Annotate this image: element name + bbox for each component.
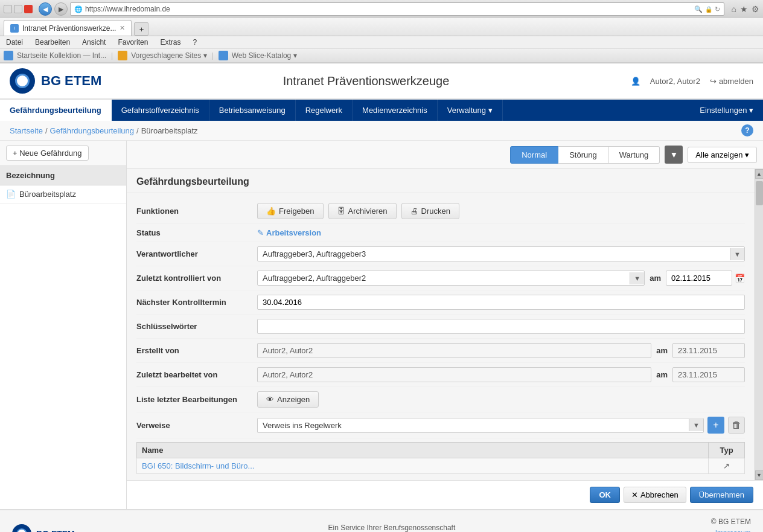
new-tab-button[interactable]: + — [134, 22, 148, 36]
nav-item-medienverzeichnis[interactable]: Medienverzeichnis — [353, 100, 438, 121]
nav-item-gefahrstoffverzeichnis[interactable]: Gefahrstoffverzeichnis — [112, 100, 209, 121]
btn-archivieren[interactable]: 🗄 Archivieren — [328, 203, 397, 219]
form-label-zuletzt-bearbeitet: Zuletzt bearbeitet von — [136, 370, 257, 379]
toolbar-startseite-link[interactable]: Startseite Kollektion — Int... — [17, 51, 106, 60]
nav-item-verwaltung[interactable]: Verwaltung ▾ — [438, 100, 503, 121]
main-content: Gefährdungsbeurteilung Funktionen 👍 Frei… — [127, 169, 755, 480]
liste-anzeigen-button[interactable]: 👁 Anzeigen — [257, 391, 319, 408]
filter-tab-stoerung[interactable]: Störung — [558, 146, 608, 164]
nav-item-regelwerk[interactable]: Regelwerk — [296, 100, 353, 121]
zuletzt-kontrolliert-arrow: ▼ — [630, 272, 644, 284]
nav-einstellungen[interactable]: Einstellungen ▾ — [690, 100, 763, 121]
zuletzt-kontrolliert-row: Auftraggeber2, Auftraggeber2 ▼ am 📅 — [257, 271, 745, 286]
back-button[interactable]: ◀ — [39, 2, 52, 16]
maximize-button[interactable] — [14, 5, 22, 13]
menu-datei[interactable]: Datei — [4, 37, 25, 47]
home-icon[interactable]: ⌂ — [732, 4, 736, 14]
ok-button[interactable]: OK — [590, 487, 620, 503]
menu-extras[interactable]: Extras — [158, 37, 183, 47]
forward-button[interactable]: ▶ — [54, 2, 68, 16]
menu-bearbeiten[interactable]: Bearbeiten — [33, 37, 72, 47]
main-nav: Gefährdungsbeurteilung Gefahrstoffverzei… — [0, 100, 763, 121]
close-button[interactable] — [24, 5, 33, 13]
address-bar[interactable]: 🌐 https://www.ihredomain.de 🔍 🔒 ↻ — [70, 2, 724, 16]
form-row-status: Status ✎ Arbeitsversion — [136, 224, 745, 242]
tab-close-icon[interactable]: ✕ — [120, 24, 125, 32]
verantwortlicher-select[interactable]: Auftraggeber3, Auftraggeber3 ▼ — [257, 246, 745, 261]
verweise-delete-button[interactable]: 🗑 — [728, 417, 745, 434]
nav-item-gefaehrdungsbeurteilung[interactable]: Gefährdungsbeurteilung — [0, 100, 112, 121]
toolbar-vorgeschlagene-link[interactable]: Vorgeschlagene Sites ▾ — [131, 51, 206, 60]
naechster-datum-input[interactable] — [257, 295, 745, 310]
am-label-3: am — [656, 370, 668, 379]
add-gefaehrdung-button[interactable]: + Neue Gefährdung — [6, 146, 89, 161]
refresh-icon[interactable]: ↻ — [715, 5, 720, 13]
btn-drucken[interactable]: 🖨 Drucken — [401, 203, 459, 219]
sidebar-header: Bezeichnung — [0, 166, 126, 185]
zuletzt-datum-input[interactable] — [666, 271, 732, 286]
menu-favoriten[interactable]: Favoriten — [115, 37, 150, 47]
erstellt-datum-input — [672, 343, 745, 358]
filter-icon-button[interactable]: ▼ — [665, 146, 683, 164]
table-row: BGI 650: Bildschirm- und Büro... ↗ — [137, 458, 745, 474]
active-tab[interactable]: i Intranet Präventionswerkze... ✕ — [4, 20, 132, 36]
breadcrumb-gefaehrdung[interactable]: Gefährdungsbeurteilung — [50, 126, 135, 135]
drucken-icon: 🖨 — [410, 207, 418, 216]
toolbar-separator2: | — [212, 51, 214, 60]
zuletzt-kontrolliert-select[interactable]: Auftraggeber2, Auftraggeber2 ▼ — [257, 271, 645, 286]
ref-link[interactable]: BGI 650: Bildschirm- und Büro... — [142, 461, 254, 470]
breadcrumb-startseite[interactable]: Startseite — [10, 126, 43, 135]
favorites-icon[interactable]: ★ — [740, 4, 748, 14]
zuletzt-datum-wrapper: 📅 — [666, 271, 745, 286]
form-label-verantwortlicher: Verantwortlicher — [136, 249, 257, 258]
toolbar-icon-startseite — [4, 51, 13, 60]
cancel-button[interactable]: ✕ Abbrechen — [624, 487, 686, 503]
footer-center: Ein Service Ihrer Berufsgenossenschaft E… — [325, 522, 458, 532]
form-label-naechster: Nächster Kontrolltermin — [136, 298, 257, 307]
freigeben-label: Freigeben — [279, 207, 314, 216]
app-header: BG ETEM Intranet Präventionswerkzeuge 👤 … — [0, 63, 763, 100]
verweise-select[interactable]: Verweis ins Regelwerk ▼ — [257, 418, 704, 433]
settings-icon[interactable]: ⚙ — [752, 4, 759, 14]
browser-icon: 🌐 — [74, 5, 83, 13]
schluesselwoerter-input[interactable] — [257, 319, 745, 334]
show-all-button[interactable]: Alle anzeigen ▾ — [688, 147, 757, 163]
zuletzt-bearbeitet-input — [257, 367, 651, 382]
form-value-zuletzt-kontrolliert: Auftraggeber2, Auftraggeber2 ▼ am 📅 — [257, 271, 745, 286]
toolbar-icon-webslice — [219, 51, 228, 60]
browser-titlebar: ◀ ▶ 🌐 https://www.ihredomain.de 🔍 🔒 ↻ ⌂ … — [0, 0, 763, 18]
ref-typ: ↗ — [709, 458, 745, 474]
scroll-down-button[interactable]: ▼ — [755, 470, 764, 480]
form-label-liste: Liste letzter Bearbeitungen — [136, 395, 257, 404]
scroll-thumb[interactable] — [756, 181, 763, 205]
footer-copyright-line2[interactable]: Impressum — [709, 528, 751, 532]
address-text: https://www.ihredomain.de — [85, 5, 692, 13]
footer-logo-inner — [16, 528, 27, 532]
uebernehmen-button[interactable]: Übernehmen — [690, 487, 753, 503]
scroll-up-button[interactable]: ▲ — [755, 169, 764, 179]
help-button[interactable]: ? — [741, 124, 753, 136]
right-panel: Normal Störung Wartung ▼ Alle anzeigen ▾… — [127, 141, 763, 509]
menu-ansicht[interactable]: Ansicht — [80, 37, 108, 47]
archivieren-icon: 🗄 — [337, 207, 345, 216]
btn-freigeben[interactable]: 👍 Freigeben — [257, 203, 324, 219]
nav-item-betriebsanweisung[interactable]: Betriebsanweisung — [209, 100, 296, 121]
verweise-select-value: Verweis ins Regelwerk — [258, 418, 689, 432]
logo-text: BG ETEM — [41, 73, 101, 89]
verantwortlicher-arrow: ▼ — [730, 248, 744, 260]
form-row-verantwortlicher: Verantwortlicher Auftraggeber3, Auftragg… — [136, 242, 745, 266]
add-btn-bar: + Neue Gefährdung — [0, 141, 126, 166]
menu-help[interactable]: ? — [190, 37, 199, 47]
toolbar-webslice-link[interactable]: Web Slice-Katalog ▾ — [232, 51, 297, 60]
minimize-button[interactable] — [4, 5, 12, 13]
nav-items: Gefährdungsbeurteilung Gefahrstoffverzei… — [0, 100, 503, 121]
filter-tab-wartung[interactable]: Wartung — [608, 146, 660, 164]
logout-button[interactable]: ↪ abmelden — [710, 77, 753, 86]
zuletzt-kontrolliert-value: Auftraggeber2, Auftraggeber2 — [258, 271, 630, 285]
sidebar-item-bueroarbeitsplatz[interactable]: 📄 Büroarbeitsplatz — [0, 185, 126, 204]
calendar-icon-1[interactable]: 📅 — [735, 274, 745, 283]
drucken-label: Drucken — [421, 207, 450, 216]
verweise-add-button[interactable]: + — [707, 417, 724, 434]
form-row-zuletzt-kontrolliert: Zuletzt kontrolliert von Auftraggeber2, … — [136, 266, 745, 290]
filter-tab-normal[interactable]: Normal — [510, 146, 558, 164]
